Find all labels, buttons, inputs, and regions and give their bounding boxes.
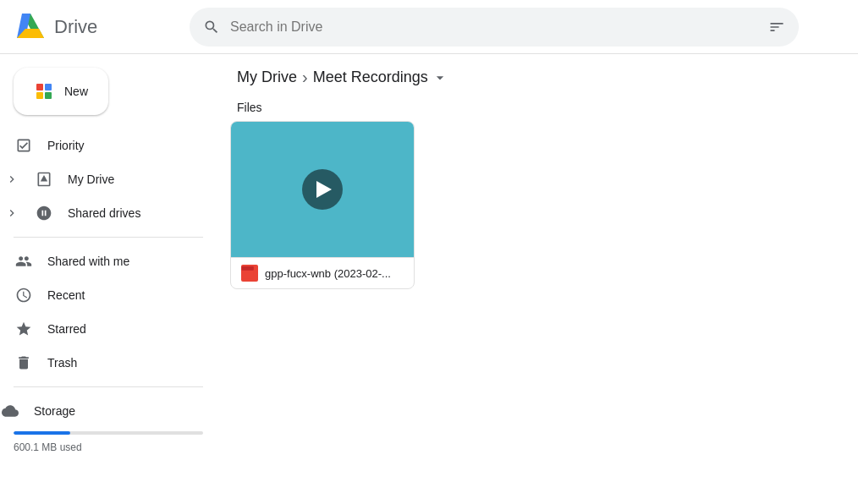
search-icon[interactable]: [203, 19, 220, 36]
people-icon: [14, 251, 34, 271]
svg-marker-9: [254, 269, 258, 277]
sidebar-item-my-drive-label: My Drive: [68, 173, 114, 186]
svg-rect-6: [45, 92, 52, 99]
my-drive-icon: [34, 169, 54, 189]
sidebar: New Priority My Drive: [0, 54, 217, 504]
sidebar-divider-1: [14, 237, 203, 238]
sidebar-item-trash[interactable]: Trash: [0, 346, 203, 380]
file-name: gpp-fucx-wnb (2023-02-...: [265, 267, 391, 280]
play-triangle-icon: [316, 181, 332, 198]
sidebar-item-starred-label: Starred: [47, 322, 86, 336]
trash-icon: [14, 353, 34, 373]
star-icon: [14, 319, 34, 339]
sidebar-item-recent[interactable]: Recent: [0, 278, 203, 312]
new-button-label: New: [64, 85, 88, 98]
sidebar-item-trash-label: Trash: [47, 356, 77, 370]
logo-area: Drive: [14, 10, 183, 44]
shared-drives-icon: [34, 203, 54, 223]
breadcrumb-current[interactable]: Meet Recordings: [313, 68, 448, 86]
main-content: My Drive › Meet Recordings Files: [217, 54, 858, 504]
shared-drives-expand-icon: [3, 205, 20, 222]
checkbox-icon: [14, 135, 34, 156]
sidebar-item-shared-with-me-label: Shared with me: [47, 255, 129, 268]
svg-rect-4: [45, 84, 52, 90]
sidebar-item-storage[interactable]: Storage: [0, 394, 203, 428]
files-grid: gpp-fucx-wnb (2023-02-...: [217, 121, 858, 289]
new-button[interactable]: New: [14, 68, 108, 115]
sidebar-item-recent-label: Recent: [47, 288, 85, 302]
search-bar[interactable]: [190, 8, 799, 47]
sidebar-item-shared-drives[interactable]: Shared drives: [0, 196, 203, 230]
my-drive-expand-icon: [3, 171, 20, 188]
sidebar-item-priority-label: Priority: [47, 139, 85, 152]
file-info: gpp-fucx-wnb (2023-02-...: [231, 257, 414, 288]
svg-rect-5: [36, 92, 43, 99]
storage-bar: [14, 431, 203, 435]
sidebar-item-shared-with-me[interactable]: Shared with me: [0, 244, 203, 278]
files-section-label: Files: [217, 101, 858, 121]
storage-label: Storage: [34, 404, 75, 418]
svg-rect-3: [36, 84, 43, 90]
svg-rect-7: [241, 269, 253, 278]
sidebar-item-priority[interactable]: Priority: [0, 129, 203, 162]
breadcrumb-parent[interactable]: My Drive: [237, 68, 297, 86]
storage-bar-fill: [14, 431, 70, 435]
filter-icon[interactable]: [768, 19, 785, 36]
breadcrumb-separator: ›: [302, 68, 308, 87]
drive-logo-icon: [14, 10, 47, 44]
plus-icon: [34, 81, 54, 101]
file-card[interactable]: gpp-fucx-wnb (2023-02-...: [230, 121, 415, 289]
breadcrumb: My Drive › Meet Recordings: [217, 54, 858, 101]
sidebar-divider-2: [14, 386, 203, 387]
storage-used-text: 600.1 MB used: [0, 438, 217, 457]
storage-bar-container: [0, 428, 217, 438]
sidebar-item-shared-drives-label: Shared drives: [68, 206, 140, 220]
sidebar-item-starred[interactable]: Starred: [0, 312, 203, 346]
app-title: Drive: [54, 16, 97, 38]
app-layout: New Priority My Drive: [0, 54, 858, 504]
breadcrumb-dropdown-icon: [432, 69, 448, 86]
video-file-icon: [241, 265, 258, 282]
svg-rect-8: [241, 266, 253, 271]
search-input[interactable]: [230, 19, 758, 35]
sidebar-item-my-drive[interactable]: My Drive: [0, 162, 203, 196]
cloud-icon: [0, 401, 20, 421]
header: Drive: [0, 0, 858, 54]
file-thumbnail: [231, 122, 414, 257]
play-button[interactable]: [302, 169, 343, 210]
clock-icon: [14, 285, 34, 305]
